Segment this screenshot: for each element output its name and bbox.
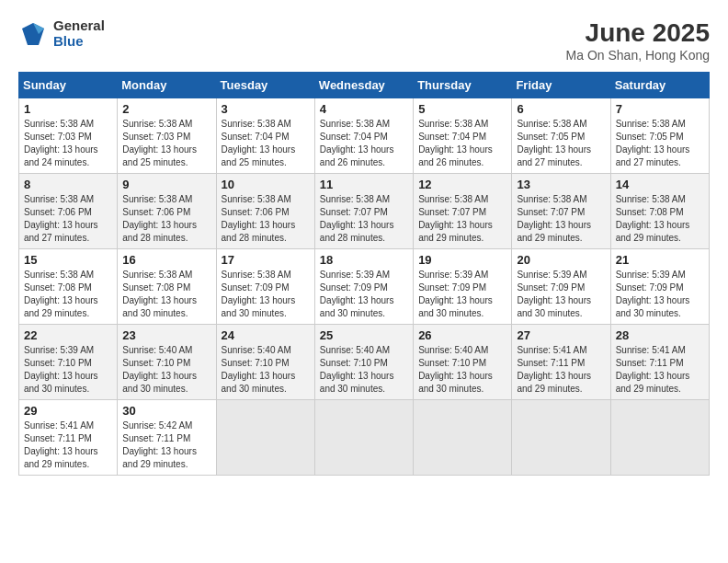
daylight: Daylight: 13 hours and 30 minutes.: [222, 294, 310, 320]
daylight: Daylight: 13 hours and 26 minutes.: [320, 144, 408, 169]
day-info: Sunrise: 5:40 AMSunset: 7:10 PMDaylight:…: [418, 344, 506, 396]
daylight: Daylight: 13 hours and 26 minutes.: [418, 144, 506, 169]
daylight: Daylight: 13 hours and 28 minutes.: [122, 219, 210, 245]
sunrise: Sunrise: 5:39 AM: [24, 344, 112, 357]
daylight: Daylight: 13 hours and 29 minutes.: [122, 445, 210, 471]
sunrise: Sunrise: 5:38 AM: [418, 118, 506, 131]
calendar-cell: 17Sunrise: 5:38 AMSunset: 7:09 PMDayligh…: [216, 249, 314, 325]
day-info: Sunrise: 5:42 AMSunset: 7:11 PMDaylight:…: [122, 419, 210, 471]
sunrise: Sunrise: 5:38 AM: [222, 269, 310, 282]
day-info: Sunrise: 5:38 AMSunset: 7:06 PMDaylight:…: [24, 193, 112, 245]
day-info: Sunrise: 5:41 AMSunset: 7:11 PMDaylight:…: [517, 344, 605, 396]
sunset: Sunset: 7:09 PM: [517, 282, 605, 294]
sunrise: Sunrise: 5:39 AM: [418, 269, 506, 282]
sunset: Sunset: 7:03 PM: [24, 131, 112, 144]
daylight: Daylight: 13 hours and 24 minutes.: [24, 144, 112, 169]
daylight: Daylight: 13 hours and 29 minutes.: [24, 294, 112, 320]
day-number: 11: [320, 178, 408, 191]
day-number: 18: [320, 253, 408, 267]
sunset: Sunset: 7:09 PM: [320, 282, 408, 294]
calendar-cell: 24Sunrise: 5:40 AMSunset: 7:10 PMDayligh…: [216, 325, 314, 400]
sunrise: Sunrise: 5:40 AM: [222, 344, 310, 357]
daylight: Daylight: 13 hours and 29 minutes.: [24, 445, 112, 471]
sunrise: Sunrise: 5:38 AM: [122, 269, 210, 282]
day-number: 26: [418, 328, 506, 342]
sunrise: Sunrise: 5:38 AM: [122, 193, 210, 206]
sunset: Sunset: 7:09 PM: [616, 282, 704, 294]
header: General Blue June 2025 Ma On Shan, Hong …: [18, 18, 710, 63]
day-number: 27: [517, 328, 605, 342]
day-info: Sunrise: 5:38 AMSunset: 7:05 PMDaylight:…: [517, 118, 605, 169]
day-number: 3: [222, 102, 310, 116]
sunset: Sunset: 7:04 PM: [418, 131, 506, 144]
daylight: Daylight: 13 hours and 28 minutes.: [222, 219, 310, 245]
sunrise: Sunrise: 5:38 AM: [122, 118, 210, 131]
logo-general-text: General: [53, 18, 105, 34]
daylight: Daylight: 13 hours and 29 minutes.: [616, 370, 704, 396]
daylight: Daylight: 13 hours and 30 minutes.: [320, 370, 408, 396]
day-number: 2: [122, 102, 210, 116]
sunrise: Sunrise: 5:38 AM: [24, 269, 112, 282]
sunset: Sunset: 7:07 PM: [517, 206, 605, 219]
sunrise: Sunrise: 5:38 AM: [418, 193, 506, 206]
day-number: 24: [222, 328, 310, 342]
day-info: Sunrise: 5:38 AMSunset: 7:07 PMDaylight:…: [418, 193, 506, 245]
day-info: Sunrise: 5:39 AMSunset: 7:09 PMDaylight:…: [418, 269, 506, 320]
day-number: 6: [517, 102, 605, 116]
day-number: 21: [616, 253, 704, 267]
day-info: Sunrise: 5:39 AMSunset: 7:09 PMDaylight:…: [517, 269, 605, 320]
day-info: Sunrise: 5:38 AMSunset: 7:04 PMDaylight:…: [320, 118, 408, 169]
week-row-2: 1Sunrise: 5:38 AMSunset: 7:03 PMDaylight…: [19, 98, 710, 174]
sunrise: Sunrise: 5:38 AM: [517, 193, 605, 206]
day-info: Sunrise: 5:40 AMSunset: 7:10 PMDaylight:…: [320, 344, 408, 396]
day-number: 19: [418, 253, 506, 267]
calendar-cell: 8Sunrise: 5:38 AMSunset: 7:06 PMDaylight…: [19, 174, 118, 249]
sunrise: Sunrise: 5:38 AM: [320, 193, 408, 206]
calendar-cell: 18Sunrise: 5:39 AMSunset: 7:09 PMDayligh…: [314, 249, 413, 325]
sunrise: Sunrise: 5:41 AM: [24, 419, 112, 432]
calendar-cell: 14Sunrise: 5:38 AMSunset: 7:08 PMDayligh…: [610, 174, 709, 249]
calendar-cell: 25Sunrise: 5:40 AMSunset: 7:10 PMDayligh…: [314, 325, 413, 400]
sunset: Sunset: 7:03 PM: [122, 131, 210, 144]
calendar-cell: [314, 400, 413, 476]
calendar-cell: 13Sunrise: 5:38 AMSunset: 7:07 PMDayligh…: [512, 174, 610, 249]
sunrise: Sunrise: 5:38 AM: [320, 118, 408, 131]
daylight: Daylight: 13 hours and 30 minutes.: [616, 294, 704, 320]
calendar-cell: 2Sunrise: 5:38 AMSunset: 7:03 PMDaylight…: [118, 98, 216, 174]
calendar-cell: 16Sunrise: 5:38 AMSunset: 7:08 PMDayligh…: [118, 249, 216, 325]
daylight: Daylight: 13 hours and 30 minutes.: [418, 370, 506, 396]
day-info: Sunrise: 5:38 AMSunset: 7:08 PMDaylight:…: [616, 193, 704, 245]
sunrise: Sunrise: 5:40 AM: [418, 344, 506, 357]
day-info: Sunrise: 5:38 AMSunset: 7:04 PMDaylight:…: [222, 118, 310, 169]
sunset: Sunset: 7:10 PM: [222, 357, 310, 370]
day-info: Sunrise: 5:38 AMSunset: 7:03 PMDaylight:…: [122, 118, 210, 169]
day-number: 15: [24, 253, 112, 267]
sunset: Sunset: 7:05 PM: [616, 131, 704, 144]
day-number: 25: [320, 328, 408, 342]
sunrise: Sunrise: 5:38 AM: [616, 118, 704, 131]
sunset: Sunset: 7:08 PM: [24, 282, 112, 294]
week-row-5: 22Sunrise: 5:39 AMSunset: 7:10 PMDayligh…: [19, 325, 710, 400]
day-number: 8: [24, 178, 112, 191]
calendar-cell: 7Sunrise: 5:38 AMSunset: 7:05 PMDaylight…: [610, 98, 709, 174]
calendar-cell: [610, 400, 709, 476]
day-info: Sunrise: 5:40 AMSunset: 7:10 PMDaylight:…: [222, 344, 310, 396]
day-info: Sunrise: 5:38 AMSunset: 7:07 PMDaylight:…: [517, 193, 605, 245]
calendar-cell: [216, 400, 314, 476]
calendar-cell: 10Sunrise: 5:38 AMSunset: 7:06 PMDayligh…: [216, 174, 314, 249]
sunrise: Sunrise: 5:39 AM: [616, 269, 704, 282]
sunrise: Sunrise: 5:38 AM: [517, 118, 605, 131]
day-info: Sunrise: 5:38 AMSunset: 7:04 PMDaylight:…: [418, 118, 506, 169]
daylight: Daylight: 13 hours and 27 minutes.: [517, 144, 605, 169]
day-number: 9: [122, 178, 210, 191]
logo-blue-text: Blue: [53, 34, 105, 50]
calendar-cell: 9Sunrise: 5:38 AMSunset: 7:06 PMDaylight…: [118, 174, 216, 249]
calendar-cell: 21Sunrise: 5:39 AMSunset: 7:09 PMDayligh…: [610, 249, 709, 325]
sunrise: Sunrise: 5:41 AM: [517, 344, 605, 357]
daylight: Daylight: 13 hours and 30 minutes.: [122, 294, 210, 320]
daylight: Daylight: 13 hours and 29 minutes.: [517, 370, 605, 396]
header-day-thursday: Thursday: [414, 73, 512, 98]
daylight: Daylight: 13 hours and 29 minutes.: [616, 219, 704, 245]
sunset: Sunset: 7:11 PM: [24, 432, 112, 445]
calendar-cell: 3Sunrise: 5:38 AMSunset: 7:04 PMDaylight…: [216, 98, 314, 174]
